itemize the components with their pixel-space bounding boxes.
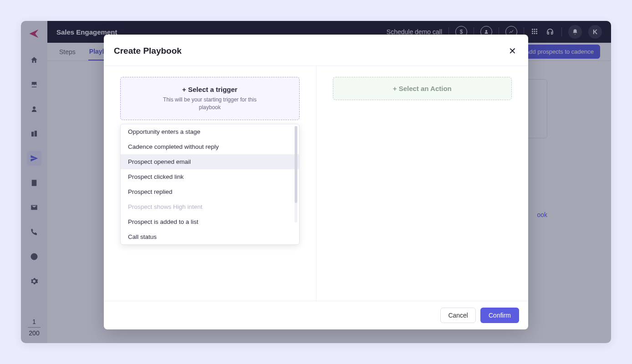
trigger-option[interactable]: Cadence completed without reply bbox=[121, 139, 299, 154]
cancel-button[interactable]: Cancel bbox=[440, 308, 476, 323]
close-icon[interactable]: ✕ bbox=[507, 44, 518, 58]
select-action-box[interactable]: + Select an Action bbox=[333, 77, 512, 100]
trigger-dropdown: Opportunity enters a stageCadence comple… bbox=[120, 124, 300, 245]
modal-overlay: Create Playbook ✕ + Select a trigger Thi… bbox=[21, 21, 611, 343]
create-playbook-modal: Create Playbook ✕ + Select a trigger Thi… bbox=[104, 35, 528, 329]
trigger-column: + Select a trigger This will be your sta… bbox=[104, 66, 316, 301]
action-title: + Select an Action bbox=[344, 85, 501, 92]
trigger-option[interactable]: Prospect opened email bbox=[121, 154, 299, 169]
trigger-option[interactable]: Prospect replied bbox=[121, 184, 299, 199]
action-column: + Select an Action bbox=[316, 66, 529, 301]
scrollbar-thumb[interactable] bbox=[295, 126, 297, 203]
modal-header: Create Playbook ✕ bbox=[104, 35, 528, 66]
trigger-option[interactable]: Call status bbox=[121, 229, 299, 244]
select-trigger-box[interactable]: + Select a trigger This will be your sta… bbox=[120, 77, 300, 120]
trigger-option: Prospect shows High intent bbox=[121, 199, 299, 214]
trigger-option[interactable]: Opportunity enters a stage bbox=[121, 124, 299, 139]
confirm-button[interactable]: Confirm bbox=[480, 308, 519, 323]
trigger-option[interactable]: Prospect is added to a list bbox=[121, 214, 299, 229]
scrollbar[interactable] bbox=[295, 126, 297, 222]
modal-body: + Select a trigger This will be your sta… bbox=[104, 66, 528, 301]
app-window: 1 200 Sales Engagement Schedule demo cal… bbox=[21, 21, 611, 343]
trigger-option[interactable]: Prospect clicked link bbox=[121, 169, 299, 184]
modal-footer: Cancel Confirm bbox=[104, 301, 528, 329]
trigger-subtitle: This will be your starting trigger for t… bbox=[155, 96, 265, 111]
modal-title: Create Playbook bbox=[114, 46, 182, 56]
trigger-title: + Select a trigger bbox=[132, 86, 288, 93]
